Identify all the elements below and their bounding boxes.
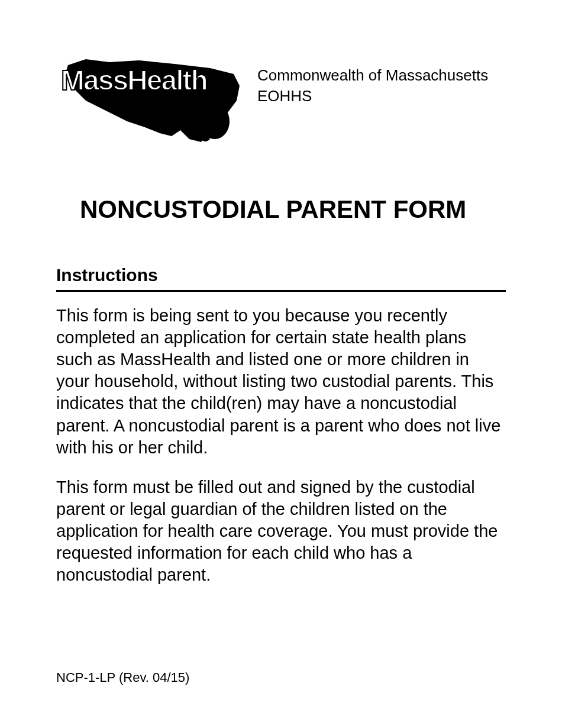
header-line2: EOHHS bbox=[257, 86, 488, 107]
instructions-paragraph-1: This form is being sent to you because y… bbox=[56, 305, 506, 459]
logo-text: MassHealth bbox=[61, 64, 207, 96]
header-org-text: Commonwealth of Massachusetts EOHHS bbox=[257, 53, 488, 107]
header-line1: Commonwealth of Massachusetts bbox=[257, 65, 488, 86]
masshealth-logo: MassHealth bbox=[56, 53, 246, 145]
form-code-footer: NCP-1-LP (Rev. 04/15) bbox=[56, 670, 189, 685]
instructions-heading: Instructions bbox=[56, 265, 506, 292]
header-row: MassHealth Commonwealth of Massachusetts… bbox=[56, 53, 506, 145]
form-title: NONCUSTODIAL PARENT FORM bbox=[80, 195, 506, 224]
instructions-paragraph-2: This form must be filled out and signed … bbox=[56, 476, 506, 587]
